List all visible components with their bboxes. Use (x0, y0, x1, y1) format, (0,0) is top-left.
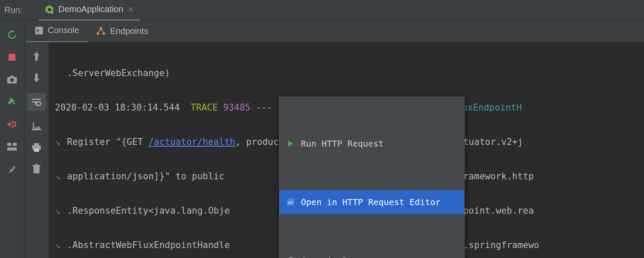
globe-icon (286, 256, 295, 258)
log-pre: .AbstractWebFluxEndpointHandle (67, 240, 230, 250)
scroll-down-icon[interactable] (30, 71, 43, 84)
log-pre: application/json]}" to public (67, 171, 230, 181)
log-pre: Register "{GET (67, 137, 149, 147)
tab-endpoints[interactable]: Endpoints (88, 20, 157, 42)
run-config-tab[interactable]: DemoApplication ✕ (39, 0, 140, 21)
svg-rect-8 (7, 147, 17, 150)
console-tab-icon (35, 26, 43, 35)
update-running-app-button[interactable] (6, 96, 18, 108)
log-pid: 93485 (223, 102, 250, 113)
console-subtabs: Console Endpoints (24, 20, 644, 42)
actuator-health-link[interactable]: /actuator/health (149, 137, 235, 147)
print-icon[interactable] (30, 141, 43, 154)
close-icon[interactable]: ✕ (128, 5, 134, 14)
svg-rect-18 (33, 165, 40, 166)
svg-rect-19 (35, 164, 38, 165)
tab-console[interactable]: Console (26, 20, 88, 43)
camera-icon[interactable] (6, 74, 18, 86)
url-context-menu: Run HTTP Request API Open in HTTP Reques… (279, 97, 465, 258)
svg-point-5 (10, 78, 14, 82)
svg-rect-15 (34, 143, 39, 146)
endpoints-tab-icon (96, 27, 106, 35)
svg-rect-7 (13, 143, 17, 146)
exit-icon[interactable] (6, 118, 18, 130)
svg-text:API: API (288, 201, 293, 205)
scroll-to-end-icon[interactable] (30, 120, 43, 132)
tab-console-label: Console (48, 25, 79, 35)
spring-boot-icon (45, 5, 54, 14)
menu-open-http-editor[interactable]: API Open in HTTP Request Editor (279, 190, 464, 214)
menu-label: Run HTTP Request (301, 135, 384, 152)
rerun-button[interactable] (6, 29, 18, 41)
menu-label: Open in HTTP Request Editor (301, 194, 440, 211)
svg-point-0 (48, 8, 51, 11)
console-output[interactable]: .ServerWebExchange) 2020-02-03 18:30:14.… (49, 42, 644, 258)
api-file-icon: API (286, 198, 295, 206)
menu-label: Open in Browser (301, 252, 379, 258)
console-gutter (24, 42, 49, 258)
run-header: Run: DemoApplication ✕ (0, 0, 644, 20)
log-level: TRACE (191, 102, 218, 113)
tab-endpoints-label: Endpoints (110, 26, 148, 36)
run-label: Run: (0, 5, 39, 15)
svg-rect-4 (10, 76, 14, 78)
svg-rect-16 (34, 149, 39, 152)
play-icon (286, 139, 295, 148)
svg-rect-6 (7, 143, 11, 146)
log-pre: .ResponseEntity<java.lang.Obje (67, 206, 230, 216)
scroll-up-icon[interactable] (30, 50, 43, 63)
menu-open-in-browser[interactable]: Open in Browser (279, 249, 464, 258)
log-line: .ServerWebExchange) (67, 68, 170, 78)
menu-run-http-request[interactable]: Run HTTP Request (279, 132, 464, 156)
svg-rect-17 (33, 166, 39, 173)
run-toolbar (0, 20, 24, 258)
svg-rect-13 (32, 129, 41, 130)
svg-rect-2 (9, 54, 15, 61)
run-config-name: DemoApplication (58, 4, 123, 14)
stop-button[interactable] (6, 51, 18, 63)
trash-icon[interactable] (30, 163, 43, 175)
pin-icon[interactable] (6, 163, 18, 175)
log-ts: 2020-02-03 18:30:14.544 (55, 102, 180, 113)
soft-wrap-icon[interactable] (27, 93, 46, 111)
layout-icon[interactable] (6, 141, 18, 153)
